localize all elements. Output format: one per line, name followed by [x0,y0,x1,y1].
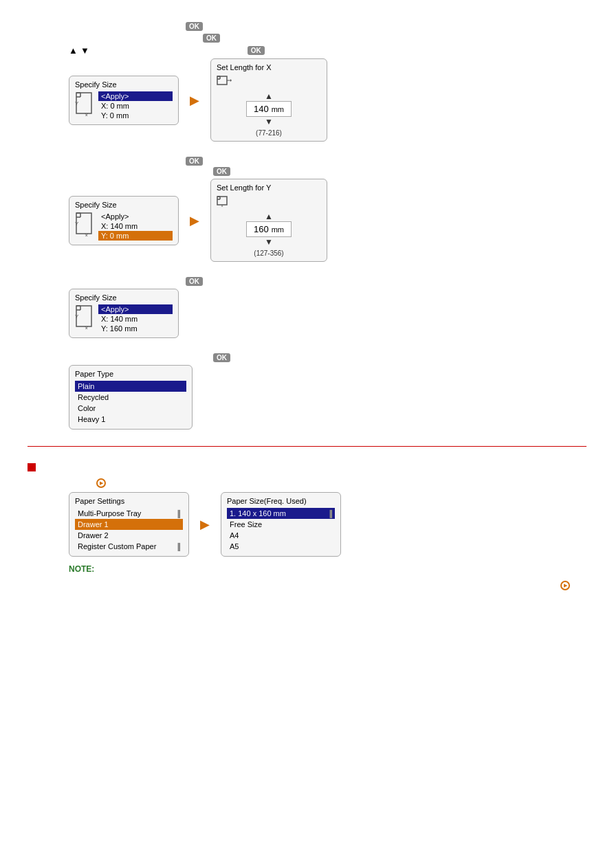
x-value-2: X: 140 mm [98,221,173,231]
paper-type-item-3[interactable]: Heavy 1 [75,414,186,425]
ok-badge-6[interactable]: OK [186,277,203,286]
value-up-y[interactable]: ▲ [265,212,273,221]
paper-type-item-2[interactable]: Color [75,403,186,414]
paper-settings-item-0[interactable]: Multi-Purpose Tray ▐ [75,508,183,519]
value-down-y[interactable]: ▼ [265,237,273,247]
y-value-2[interactable]: Y: 0 mm [98,231,173,241]
apply-item-3[interactable]: <Apply> [98,304,173,314]
value-box-y: 160 mm [246,221,292,237]
x-value-1: X: 0 mm [98,101,173,111]
nav-up-arrow-1[interactable]: ▲ [69,45,78,56]
specify-size-title-1: Specify Size [75,80,173,89]
paper-size-item-0[interactable]: 1. 140 x 160 mm ▐ [227,508,335,519]
circle-arrow-icon [96,478,106,488]
svg-text:X: X [85,112,89,116]
svg-marker-11 [230,79,232,82]
x-value-3: X: 140 mm [98,314,173,324]
paper-size-title: Paper Size(Freq. Used) [227,497,335,505]
nav-down-arrow-1[interactable]: ▼ [80,45,89,56]
svg-text:Y: Y [75,100,79,107]
set-length-y-icon [217,194,321,209]
paper-icon-3: X Y [75,304,94,333]
apply-item-2: <Apply> [98,212,173,221]
paper-size-item-1[interactable]: Free Size [227,519,335,530]
svg-text:Y: Y [75,313,79,320]
svg-text:X: X [85,325,89,329]
paper-settings-item-2[interactable]: Drawer 2 [75,530,183,541]
value-box-x: 140 mm [246,101,292,117]
paper-size-screen: Paper Size(Freq. Used) 1. 140 x 160 mm ▐… [221,492,341,557]
ok-badge-5[interactable]: OK [213,167,230,176]
set-length-x-icon [217,74,321,89]
set-length-y-title: Set Length for Y [217,183,321,192]
apply-item-1[interactable]: <Apply> [98,91,173,101]
paper-type-item-1[interactable]: Recycled [75,392,186,403]
note-label: NOTE: [69,564,94,574]
ok-badge-3[interactable]: OK [248,46,265,55]
arrow-right-3: ▶ [200,517,210,532]
range-y: (127-356) [217,249,321,257]
paper-size-item-2[interactable]: A4 [227,530,335,541]
y-value-1: Y: 0 mm [98,111,173,120]
paper-settings-title: Paper Settings [75,497,183,505]
svg-text:Y: Y [75,221,79,227]
y-value-3: Y: 160 mm [98,324,173,333]
value-down-x[interactable]: ▼ [265,117,273,126]
circle-arrow-bottom-icon [560,581,570,590]
svg-rect-18 [217,197,227,205]
ok-badge-4[interactable]: OK [186,157,203,166]
paper-size-item-3[interactable]: A5 [227,541,335,552]
arrow-right-2: ▶ [190,213,199,228]
red-bullet [28,463,36,471]
ok-badge-1[interactable]: OK [186,22,203,31]
paper-settings-item-1[interactable]: Drawer 1 [75,519,183,530]
section-divider [28,446,586,447]
paper-type-item-0[interactable]: Plain [75,381,186,392]
arrow-right-1: ▶ [190,93,199,108]
svg-text:X: X [85,232,89,236]
paper-icon-1: X Y [75,91,94,120]
paper-type-screen: Paper Type Plain Recycled Color Heavy 1 [69,365,193,430]
ok-badge-2[interactable]: OK [203,34,220,43]
specify-size-title-2: Specify Size [75,201,173,209]
set-length-x-screen: Set Length for X ▲ 140 mm [210,58,327,142]
paper-settings-item-3[interactable]: Register Custom Paper ▐ [75,541,183,552]
paper-type-title: Paper Type [75,370,186,378]
specify-size-screen-1: Specify Size X Y [69,76,179,125]
value-up-x[interactable]: ▲ [265,91,273,101]
ok-badge-7[interactable]: OK [213,353,230,362]
specify-size-screen-3: Specify Size X Y <Apply> [69,289,179,338]
paper-icon-2: X Y [75,212,94,240]
range-x: (77-216) [217,129,321,137]
specify-size-title-3: Specify Size [75,293,173,302]
svg-rect-6 [217,76,227,85]
set-length-x-title: Set Length for X [217,63,321,71]
set-length-y-screen: Set Length for Y ▲ 160 mm [210,179,327,262]
specify-size-screen-2: Specify Size X Y <Apply> [69,196,179,245]
paper-settings-screen: Paper Settings Multi-Purpose Tray ▐ Draw… [69,492,189,557]
